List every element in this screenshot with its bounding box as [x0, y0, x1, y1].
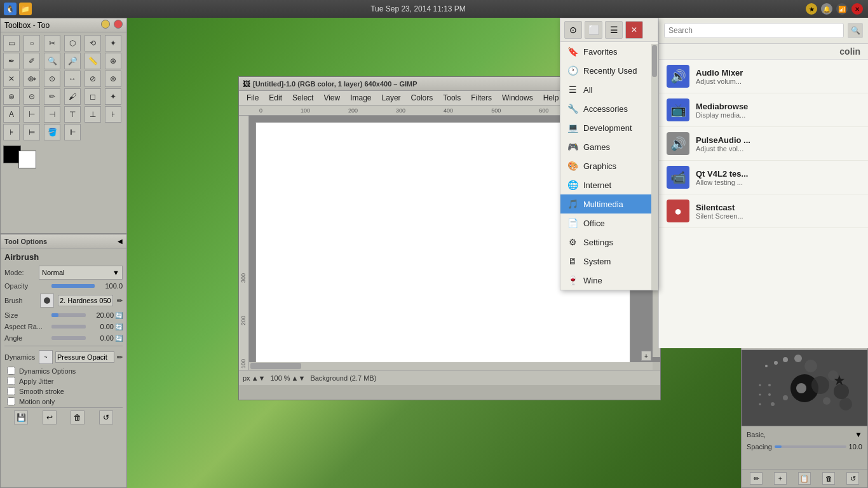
mode-select[interactable]: Normal ▼ — [39, 266, 123, 280]
brush-copy-btn[interactable]: 📋 — [798, 472, 811, 485]
taskbar-power-icon[interactable]: ✕ — [851, 3, 863, 15]
menu-cat-accessories[interactable]: 🔧 Accessories — [560, 99, 658, 118]
search-submit-btn[interactable]: 🔍 — [848, 23, 863, 38]
tool-blend[interactable]: ⊩ — [64, 124, 81, 140]
canvas-scrollbar-h[interactable] — [249, 362, 653, 370]
tool-heal[interactable]: ⊣ — [44, 106, 60, 123]
smooth-stroke-checkbox[interactable] — [7, 387, 15, 395]
menu-cat-multimedia[interactable]: 🎵 Multimedia — [560, 194, 658, 214]
tool-color-picker[interactable]: 🔍 — [44, 53, 60, 69]
brush-delete-btn[interactable]: 🗑 — [822, 472, 835, 485]
app-item-audio-mixer[interactable]: 🔊 Audio Mixer Adjust volum... — [659, 60, 868, 93]
app-item-qtv4l2[interactable]: 📹 Qt V4L2 tes... Allow testing ... — [659, 161, 868, 194]
tool-options-collapse-icon[interactable]: ◀ — [118, 238, 123, 245]
dynamics-options-checkbox[interactable] — [7, 367, 15, 375]
background-color[interactable] — [18, 151, 36, 168]
tool-smudge[interactable]: ⊧ — [3, 124, 20, 140]
menu-cat-favorites[interactable]: 🔖 Favorites — [560, 42, 658, 61]
tool-clone[interactable]: ⊢ — [24, 106, 40, 123]
taskbar-app-icon-2[interactable]: 📁 — [19, 3, 32, 15]
tool-scissors[interactable]: ✦ — [105, 35, 121, 51]
menu-scrollbar-thumb[interactable] — [652, 45, 657, 77]
aspect-reset-icon[interactable]: 🔄 — [115, 323, 123, 330]
tool-eraser[interactable]: ◻ — [85, 88, 101, 105]
brush-edit-icon[interactable]: ✏ — [117, 297, 123, 305]
size-slider[interactable] — [51, 313, 86, 317]
menu-toolbar-btn-4[interactable]: ✕ — [625, 21, 643, 39]
taskbar-notification-icon[interactable]: ★ — [806, 3, 817, 15]
size-reset-icon[interactable]: 🔄 — [115, 312, 123, 319]
tool-move[interactable]: ✕ — [3, 71, 20, 87]
motion-only-checkbox[interactable] — [7, 397, 15, 405]
menu-cat-office[interactable]: 📄 Office — [560, 214, 658, 233]
unit-selector[interactable]: px ▲▼ — [243, 374, 265, 382]
tool-crop[interactable]: ⟴ — [24, 71, 40, 87]
menu-cat-development[interactable]: 💻 Development — [560, 118, 658, 137]
menu-view[interactable]: View — [318, 92, 345, 104]
tool-paths[interactable]: ✒ — [3, 53, 20, 69]
brush-refresh-btn[interactable]: ↺ — [846, 472, 859, 485]
menu-cat-all[interactable]: ☰ All — [560, 80, 658, 99]
menu-cat-internet[interactable]: 🌐 Internet — [560, 175, 658, 194]
app-item-pulseaudio[interactable]: 🔊 PulseAudio ... Adjust the vol... — [659, 127, 868, 161]
brush-preview[interactable] — [40, 294, 54, 308]
spacing-slider[interactable] — [775, 445, 846, 448]
angle-slider[interactable] — [51, 336, 86, 340]
menu-windows[interactable]: Windows — [497, 92, 538, 104]
tool-perspective-clone[interactable]: ⊤ — [64, 106, 81, 123]
menu-filters[interactable]: Filters — [466, 92, 497, 104]
menu-colors[interactable]: Colors — [406, 92, 438, 104]
tool-zoom[interactable]: 🔎 — [64, 53, 81, 69]
canvas-zoom-corner-btn[interactable]: + — [641, 351, 651, 361]
menu-layer[interactable]: Layer — [377, 92, 406, 104]
tool-blur[interactable]: ⊥ — [85, 106, 101, 123]
zoom-dropdown-icon[interactable]: ▲▼ — [292, 374, 306, 382]
tool-pencil[interactable]: ✏ — [44, 88, 60, 105]
tool-options-delete-btn[interactable]: 🗑 — [71, 410, 85, 424]
tool-measure[interactable]: 📏 — [85, 53, 101, 69]
tool-align[interactable]: ⊕ — [105, 53, 121, 69]
aspect-slider[interactable] — [51, 325, 86, 329]
tool-scale[interactable]: ↔ — [64, 71, 81, 87]
tool-bucket-fill[interactable]: 🪣 — [44, 124, 60, 140]
opacity-slider[interactable] — [51, 284, 95, 288]
menu-cat-recently-used[interactable]: 🕐 Recently Used — [560, 61, 658, 80]
tool-cage[interactable]: ⊝ — [24, 88, 40, 105]
menu-cat-system[interactable]: 🖥 System — [560, 252, 658, 271]
menu-toolbar-btn-3[interactable]: ☰ — [605, 21, 623, 39]
menu-image[interactable]: Image — [345, 92, 376, 104]
brush-preset-dropdown-icon[interactable]: ▼ — [855, 430, 862, 439]
tool-fuzzy-select[interactable]: ⬡ — [64, 35, 81, 51]
menu-cat-games[interactable]: 🎮 Games — [560, 137, 658, 156]
dynamics-preview[interactable]: ~ — [39, 350, 53, 364]
apply-jitter-label[interactable]: Apply Jitter — [19, 377, 53, 385]
menu-edit[interactable]: Edit — [264, 92, 287, 104]
app-item-mediabrowse[interactable]: 📺 Mediabrowse Display media... — [659, 93, 868, 127]
tool-options-save-btn[interactable]: 💾 — [14, 410, 28, 424]
tool-paintbrush[interactable]: 🖌 — [64, 88, 81, 105]
angle-reset-icon[interactable]: 🔄 — [115, 335, 123, 342]
tool-options-titlebar[interactable]: Tool Options ◀ — [1, 234, 126, 248]
motion-only-label[interactable]: Motion only — [19, 398, 55, 405]
app-item-silentcast[interactable]: ● Silentcast Silent Screen... — [659, 194, 868, 228]
menu-cat-settings[interactable]: ⚙ Settings — [560, 233, 658, 252]
menu-select[interactable]: Select — [287, 92, 318, 104]
taskbar-bell-icon[interactable]: 🔔 — [821, 3, 832, 15]
taskbar-app-icon-1[interactable]: 🐧 — [4, 3, 17, 15]
canvas-scrollbar-h-thumb[interactable] — [250, 363, 301, 369]
tool-options-restore-btn[interactable]: ↩ — [43, 410, 57, 424]
smooth-stroke-label[interactable]: Smooth stroke — [19, 388, 64, 395]
menu-cat-graphics[interactable]: 🎨 Graphics — [560, 156, 658, 175]
tool-shear[interactable]: ⊘ — [85, 71, 101, 87]
toolbox-close-button[interactable] — [114, 20, 123, 29]
zoom-control[interactable]: 100 % ▲▼ — [270, 374, 305, 382]
dynamics-edit-icon[interactable]: ✏ — [117, 353, 123, 362]
dynamics-options-label[interactable]: Dynamics Options — [19, 367, 76, 375]
tool-ink[interactable]: A — [3, 106, 20, 123]
tool-dodge[interactable]: ⊨ — [24, 124, 40, 140]
brush-edit-btn[interactable]: ✏ — [750, 472, 763, 485]
tool-options-reset-btn[interactable]: ↺ — [99, 410, 113, 424]
unit-dropdown-icon[interactable]: ▲▼ — [252, 374, 266, 382]
menu-tools[interactable]: Tools — [438, 92, 466, 104]
taskbar-network-icon[interactable]: 📶 — [836, 3, 848, 15]
